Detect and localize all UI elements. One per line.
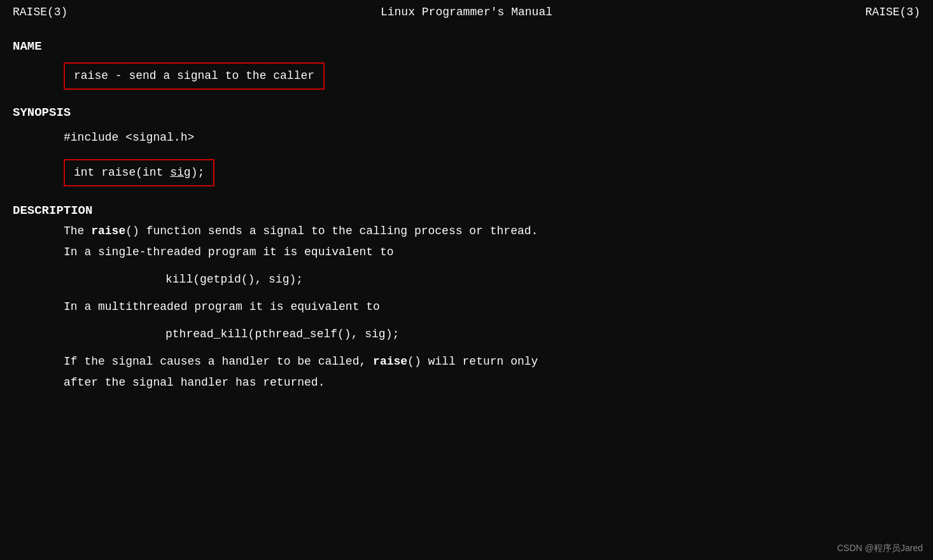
content-area: NAME raise - send a signal to the caller… bbox=[0, 25, 933, 408]
description-label: DESCRIPTION bbox=[13, 202, 920, 220]
name-highlighted-box: raise - send a signal to the caller bbox=[64, 62, 325, 90]
name-indent: raise - send a signal to the caller bbox=[13, 59, 920, 94]
header-center: Linux Programmer's Manual bbox=[381, 4, 552, 21]
terminal-window: RAISE(3) Linux Programmer's Manual RAISE… bbox=[0, 0, 933, 560]
description-line2: In a single-threaded program it is equiv… bbox=[64, 244, 920, 261]
description-line3: In a multithreaded program it is equival… bbox=[64, 298, 920, 316]
code-block-1: kill(getpid(), sig); bbox=[64, 271, 920, 288]
description-indent: The raise() function sends a signal to t… bbox=[13, 223, 920, 391]
description-line5: after the signal handler has returned. bbox=[64, 374, 920, 391]
synopsis-sig: sig bbox=[170, 166, 190, 179]
synopsis-int: int raise(int sig); bbox=[74, 166, 204, 179]
watermark: CSDN @程序员Jared bbox=[837, 542, 923, 555]
header-right: RAISE(3) bbox=[866, 4, 920, 21]
synopsis-section: SYNOPSIS #include <signal.h> int raise(i… bbox=[13, 104, 920, 191]
code-block-2: pthread_kill(pthread_self(), sig); bbox=[64, 326, 920, 343]
desc-raise-bold2: raise bbox=[373, 355, 407, 368]
synopsis-label: SYNOPSIS bbox=[13, 104, 920, 122]
description-section: DESCRIPTION The raise() function sends a… bbox=[13, 202, 920, 391]
include-line: #include <signal.h> bbox=[64, 129, 920, 146]
header-left: RAISE(3) bbox=[13, 4, 67, 21]
name-label: NAME bbox=[13, 38, 920, 56]
desc-line4-suffix: () will return only bbox=[407, 355, 538, 368]
desc-line1-prefix: The bbox=[64, 225, 91, 237]
description-line4: If the signal causes a handler to be cal… bbox=[64, 353, 920, 370]
desc-raise-bold1: raise bbox=[91, 225, 125, 237]
synopsis-highlighted-box: int raise(int sig); bbox=[64, 159, 214, 186]
name-section: NAME raise - send a signal to the caller bbox=[13, 38, 920, 94]
desc-line1-suffix: () function sends a signal to the callin… bbox=[125, 225, 538, 237]
header-bar: RAISE(3) Linux Programmer's Manual RAISE… bbox=[0, 0, 933, 25]
desc-line4-prefix: If the signal causes a handler to be cal… bbox=[64, 355, 373, 368]
synopsis-indent: #include <signal.h> int raise(int sig); bbox=[13, 129, 920, 190]
description-line1: The raise() function sends a signal to t… bbox=[64, 223, 920, 240]
